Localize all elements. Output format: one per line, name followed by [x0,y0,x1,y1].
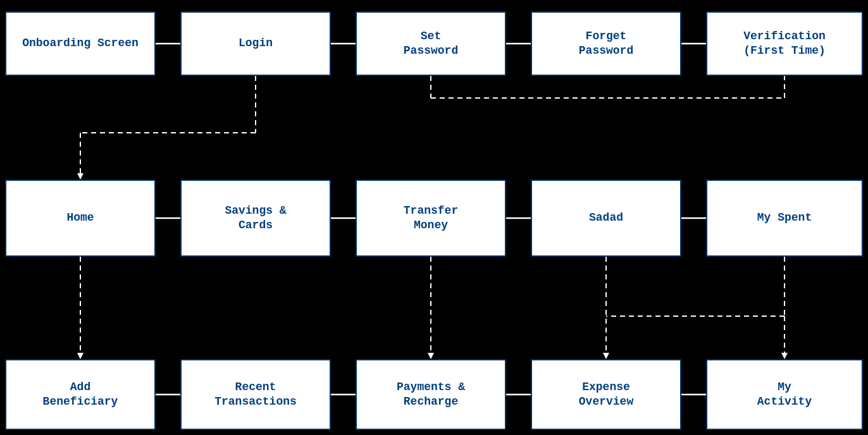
node-savings-cards-label: Savings &Cards [225,204,286,233]
diagram: Onboarding Screen Login SetPassword Forg… [0,0,868,435]
node-transfer-money-label: TransferMoney [404,204,458,233]
node-login: Login [180,11,331,76]
node-expense-overview-label: ExpenseOverview [579,380,633,410]
svg-marker-15 [77,173,84,180]
node-my-activity-label: MyActivity [757,380,812,410]
node-set-password: SetPassword [356,11,506,76]
node-sadad-label: Sadad [589,211,623,225]
node-recent-transactions-label: RecentTransactions [214,380,297,410]
node-onboarding-label: Onboarding Screen [22,36,139,51]
node-verification: Verification(First Time) [706,11,863,76]
node-set-password-label: SetPassword [404,29,458,59]
node-savings-cards: Savings &Cards [180,180,331,257]
node-verification-label: Verification(First Time) [743,29,826,59]
node-forget-password: ForgetPassword [531,11,681,76]
node-expense-overview: ExpenseOverview [531,359,681,430]
node-home: Home [5,180,156,257]
node-home-label: Home [66,211,94,225]
node-recent-transactions: RecentTransactions [180,359,331,430]
node-my-spent-label: My Spent [757,211,812,225]
node-onboarding: Onboarding Screen [5,11,156,76]
node-sadad: Sadad [531,180,681,257]
svg-marker-21 [428,353,434,359]
svg-marker-29 [781,353,788,359]
node-add-beneficiary: AddBeneficiary [5,359,156,430]
node-transfer-money: TransferMoney [356,180,506,257]
svg-marker-25 [77,353,84,359]
node-payments-recharge: Payments &Recharge [356,359,506,430]
node-login-label: Login [239,36,273,51]
node-forget-password-label: ForgetPassword [579,29,633,59]
svg-marker-23 [603,353,609,359]
node-add-beneficiary-label: AddBeneficiary [43,380,118,410]
node-my-activity: MyActivity [706,359,863,430]
node-my-spent: My Spent [706,180,863,257]
node-payments-recharge-label: Payments &Recharge [397,380,465,410]
